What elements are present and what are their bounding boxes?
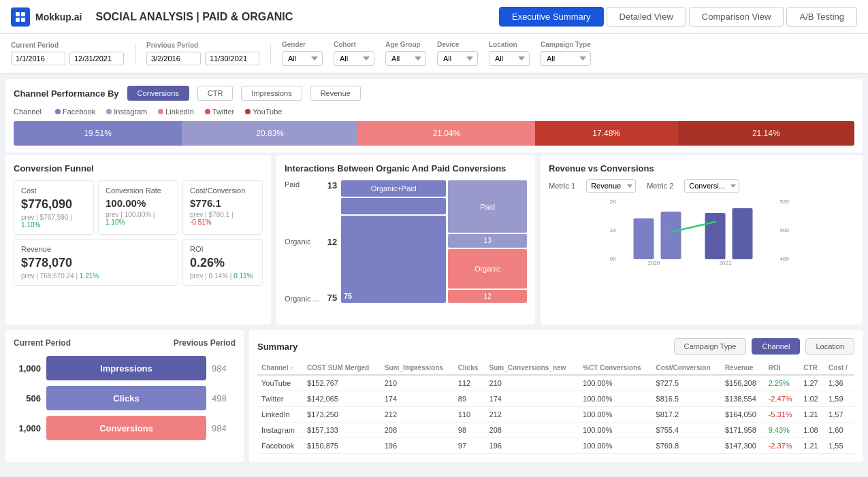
current-period-dates [11, 52, 124, 65]
interactions-chart-area: Paid Organic Organic ... 13 12 75 Organi… [285, 180, 527, 316]
previous-period-dates [146, 52, 259, 65]
impressions-bar-btn[interactable]: Impressions [46, 356, 206, 380]
summary-panel: Summary Campaign Type Channel Location C… [249, 330, 863, 462]
channel-bar: 19.51% 20.83% 21.04% 17.48% 21.14% [14, 121, 854, 146]
prev-start-input[interactable] [146, 52, 201, 65]
table-cell: 174 [485, 391, 579, 407]
clicks-bar-btn[interactable]: Clicks [46, 386, 206, 410]
organic-block: Organic [448, 249, 527, 289]
summary-title: Summary [257, 342, 298, 352]
organic-paid-block3: 75 [341, 216, 446, 303]
campaign-select[interactable]: All [541, 51, 591, 66]
current-period-header: Current Period [14, 338, 71, 348]
gender-select[interactable]: All [282, 51, 323, 66]
paid-block: Paid [448, 180, 527, 233]
conv-rate-prev: prev | 100.00% | 1.10% [106, 211, 171, 226]
current-start-input[interactable] [11, 52, 65, 65]
table-cell: $156,208 [721, 375, 765, 391]
table-cell: 1,55 [824, 438, 854, 454]
conversions-previous: 984 [212, 423, 236, 433]
logo: Mokkup.ai [11, 7, 82, 27]
svg-text:2020: 2020 [648, 260, 660, 266]
cohort-select[interactable]: All [334, 51, 374, 66]
table-cell: Facebook [257, 438, 303, 454]
tab-comparison[interactable]: Comparison View [689, 7, 784, 27]
summary-btn-channel[interactable]: Channel [752, 338, 800, 355]
table-cell: $152,767 [303, 375, 381, 391]
table-cell: 97 [454, 438, 485, 454]
th-cost-conv: Cost/Conversion [652, 361, 721, 375]
metric-btn-ctr[interactable]: CTR [197, 86, 234, 101]
period-panel: Current Period Previous Period 1,000 Imp… [5, 330, 244, 462]
prev-end-input[interactable] [205, 52, 259, 65]
logo-icon [11, 7, 30, 27]
table-cell: $147,300 [721, 438, 765, 454]
rv-title: Revenue vs Conversions [549, 163, 854, 174]
th-roi: ROI [765, 361, 800, 375]
metric-btn-revenue[interactable]: Revenue [310, 86, 361, 101]
legend-youtube: YouTube [245, 108, 282, 116]
table-cell: 1,59 [824, 391, 854, 407]
current-end-input[interactable] [69, 52, 124, 65]
channel-performance-section: Channel Performance By Conversions CTR I… [5, 79, 863, 152]
clicks-current: 506 [14, 393, 41, 404]
cohort-filter: Cohort All [334, 41, 374, 66]
table-cell: 1,57 [824, 407, 854, 423]
age-select[interactable]: All [385, 51, 426, 66]
tab-detailed[interactable]: Detailed View [607, 7, 686, 27]
table-cell: 1,60 [824, 423, 854, 438]
rv-svg-chart: 2K 1K 0K 520 500 480 2020 2021 [549, 198, 854, 266]
svg-text:500: 500 [780, 227, 790, 233]
summary-btn-campaign[interactable]: Campaign Type [674, 338, 747, 355]
conversions-bar-btn[interactable]: Conversions [46, 416, 206, 440]
tab-executive[interactable]: Executive Summary [499, 7, 604, 27]
funnel-metrics-grid: Cost $776,090 prev | $767,590 | 1.10% Co… [14, 180, 263, 286]
bar-segment-linkedin: 21.04% [358, 121, 534, 146]
th-ctr: CTR [799, 361, 824, 375]
cost-label: Cost [21, 186, 86, 195]
previous-period-filter: Previous Period [146, 42, 259, 65]
revenue-value: $778,070 [21, 256, 171, 270]
svg-text:0K: 0K [610, 256, 617, 262]
conv-rate-label: Conversion Rate [106, 186, 171, 195]
metric1-select[interactable]: Revenue [586, 179, 636, 193]
table-cell: $755.4 [652, 423, 721, 438]
summary-btn-location[interactable]: Location [805, 338, 854, 355]
table-cell: $171,958 [721, 423, 765, 438]
metric2-select[interactable]: Conversi... [684, 179, 739, 193]
table-cell: 174 [381, 391, 454, 407]
device-select[interactable]: All [437, 51, 478, 66]
clicks-previous: 498 [212, 393, 236, 404]
location-select[interactable]: All [489, 51, 530, 66]
table-row: YouTube$152,767210112210100.00%$727.5$15… [257, 375, 854, 391]
metric-cost-conv: Cost/Conversion $776.1 prev | $780.1 | -… [182, 180, 263, 235]
cost-prev: prev | $767,590 | 1.10% [21, 214, 86, 229]
table-cell: 100.00% [579, 438, 652, 454]
tab-ab[interactable]: A/B Testing [786, 7, 857, 27]
table-cell: 1.02 [799, 391, 824, 407]
table-cell: 89 [454, 391, 485, 407]
metric-cost: Cost $776,090 prev | $767,590 | 1.10% [14, 180, 94, 235]
previous-period-header: Previous Period [174, 338, 236, 348]
bar-segment-twitter: 17.48% [535, 121, 678, 146]
table-row: Twitter$142,06517489174100.00%$816.5$138… [257, 391, 854, 407]
svg-rect-0 [16, 12, 20, 16]
metric-btn-conversions[interactable]: Conversions [127, 86, 189, 101]
campaign-label: Campaign Type [541, 41, 591, 48]
table-cell: 196 [381, 438, 454, 454]
interactions-left-col: Organic+Paid 75 [339, 180, 448, 316]
cost-conv-label: Cost/Conversion [190, 186, 255, 195]
interactions-row-nums: 13 12 75 [325, 180, 339, 316]
conversion-funnel-title: Conversion Funnel [14, 163, 263, 174]
logo-text: Mokkup.ai [35, 12, 82, 22]
metric-btn-impressions[interactable]: Impressions [241, 86, 302, 101]
th-cost: COST SUM Merged [303, 361, 381, 375]
table-cell: 1.27 [799, 375, 824, 391]
filter-sep-2 [270, 44, 271, 64]
table-cell: 9.43% [765, 423, 800, 438]
th-revenue: Revenue [721, 361, 765, 375]
age-label: Age Group [385, 41, 426, 48]
header: Mokkup.ai SOCIAL ANALYSIS | PAID & ORGAN… [0, 0, 868, 34]
svg-rect-12 [705, 213, 726, 259]
th-conversions: Sum_Conversions_new [485, 361, 579, 375]
